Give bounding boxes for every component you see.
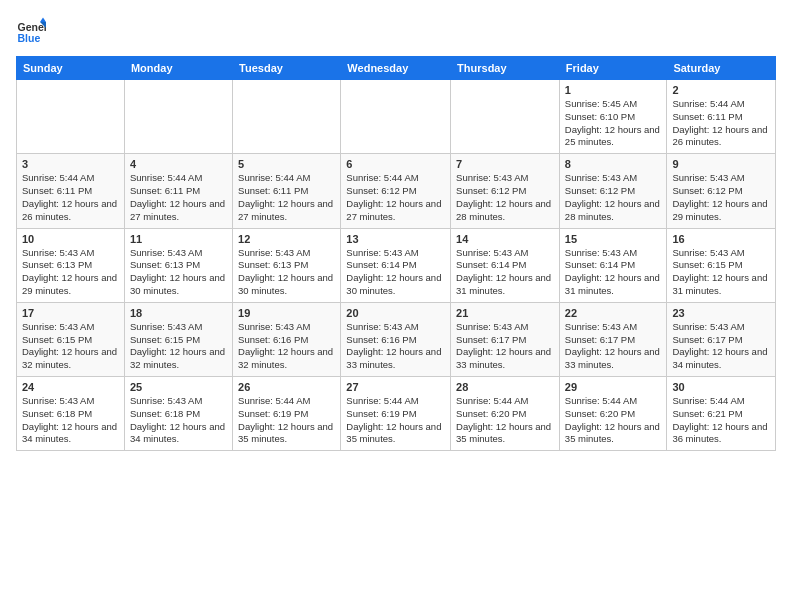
calendar-day-20: 20Sunrise: 5:43 AM Sunset: 6:16 PM Dayli… (341, 302, 451, 376)
day-detail: Sunrise: 5:44 AM Sunset: 6:12 PM Dayligh… (346, 172, 445, 223)
calendar-day-5: 5Sunrise: 5:44 AM Sunset: 6:11 PM Daylig… (233, 154, 341, 228)
calendar-day-22: 22Sunrise: 5:43 AM Sunset: 6:17 PM Dayli… (559, 302, 667, 376)
calendar-day-24: 24Sunrise: 5:43 AM Sunset: 6:18 PM Dayli… (17, 377, 125, 451)
logo-icon: General Blue (16, 16, 46, 46)
day-detail: Sunrise: 5:43 AM Sunset: 6:14 PM Dayligh… (565, 247, 662, 298)
day-number: 21 (456, 307, 554, 319)
day-number: 28 (456, 381, 554, 393)
day-detail: Sunrise: 5:43 AM Sunset: 6:12 PM Dayligh… (456, 172, 554, 223)
svg-text:Blue: Blue (18, 32, 41, 44)
day-detail: Sunrise: 5:43 AM Sunset: 6:17 PM Dayligh… (565, 321, 662, 372)
calendar-day-27: 27Sunrise: 5:44 AM Sunset: 6:19 PM Dayli… (341, 377, 451, 451)
calendar: SundayMondayTuesdayWednesdayThursdayFrid… (16, 56, 776, 451)
calendar-day-18: 18Sunrise: 5:43 AM Sunset: 6:15 PM Dayli… (124, 302, 232, 376)
calendar-day-16: 16Sunrise: 5:43 AM Sunset: 6:15 PM Dayli… (667, 228, 776, 302)
calendar-day-30: 30Sunrise: 5:44 AM Sunset: 6:21 PM Dayli… (667, 377, 776, 451)
weekday-header-wednesday: Wednesday (341, 57, 451, 80)
day-detail: Sunrise: 5:43 AM Sunset: 6:18 PM Dayligh… (130, 395, 227, 446)
day-number: 29 (565, 381, 662, 393)
day-detail: Sunrise: 5:43 AM Sunset: 6:15 PM Dayligh… (130, 321, 227, 372)
day-detail: Sunrise: 5:44 AM Sunset: 6:19 PM Dayligh… (238, 395, 335, 446)
day-number: 17 (22, 307, 119, 319)
day-detail: Sunrise: 5:44 AM Sunset: 6:11 PM Dayligh… (238, 172, 335, 223)
day-detail: Sunrise: 5:43 AM Sunset: 6:14 PM Dayligh… (456, 247, 554, 298)
calendar-empty (233, 80, 341, 154)
day-detail: Sunrise: 5:43 AM Sunset: 6:16 PM Dayligh… (238, 321, 335, 372)
calendar-empty (341, 80, 451, 154)
calendar-day-4: 4Sunrise: 5:44 AM Sunset: 6:11 PM Daylig… (124, 154, 232, 228)
calendar-day-14: 14Sunrise: 5:43 AM Sunset: 6:14 PM Dayli… (451, 228, 560, 302)
day-number: 5 (238, 158, 335, 170)
day-detail: Sunrise: 5:43 AM Sunset: 6:18 PM Dayligh… (22, 395, 119, 446)
calendar-week-3: 10Sunrise: 5:43 AM Sunset: 6:13 PM Dayli… (17, 228, 776, 302)
day-detail: Sunrise: 5:43 AM Sunset: 6:14 PM Dayligh… (346, 247, 445, 298)
day-number: 2 (672, 84, 770, 96)
day-number: 30 (672, 381, 770, 393)
day-number: 9 (672, 158, 770, 170)
day-detail: Sunrise: 5:43 AM Sunset: 6:16 PM Dayligh… (346, 321, 445, 372)
day-number: 18 (130, 307, 227, 319)
calendar-day-8: 8Sunrise: 5:43 AM Sunset: 6:12 PM Daylig… (559, 154, 667, 228)
calendar-day-19: 19Sunrise: 5:43 AM Sunset: 6:16 PM Dayli… (233, 302, 341, 376)
calendar-day-7: 7Sunrise: 5:43 AM Sunset: 6:12 PM Daylig… (451, 154, 560, 228)
day-number: 4 (130, 158, 227, 170)
day-detail: Sunrise: 5:44 AM Sunset: 6:11 PM Dayligh… (22, 172, 119, 223)
day-detail: Sunrise: 5:44 AM Sunset: 6:20 PM Dayligh… (456, 395, 554, 446)
weekday-header-monday: Monday (124, 57, 232, 80)
day-detail: Sunrise: 5:44 AM Sunset: 6:11 PM Dayligh… (130, 172, 227, 223)
day-number: 8 (565, 158, 662, 170)
calendar-day-1: 1Sunrise: 5:45 AM Sunset: 6:10 PM Daylig… (559, 80, 667, 154)
calendar-day-28: 28Sunrise: 5:44 AM Sunset: 6:20 PM Dayli… (451, 377, 560, 451)
calendar-header: SundayMondayTuesdayWednesdayThursdayFrid… (17, 57, 776, 80)
day-detail: Sunrise: 5:43 AM Sunset: 6:12 PM Dayligh… (672, 172, 770, 223)
day-detail: Sunrise: 5:43 AM Sunset: 6:15 PM Dayligh… (672, 247, 770, 298)
day-number: 11 (130, 233, 227, 245)
calendar-day-6: 6Sunrise: 5:44 AM Sunset: 6:12 PM Daylig… (341, 154, 451, 228)
day-number: 24 (22, 381, 119, 393)
day-number: 3 (22, 158, 119, 170)
day-number: 19 (238, 307, 335, 319)
day-number: 20 (346, 307, 445, 319)
calendar-empty (451, 80, 560, 154)
calendar-empty (17, 80, 125, 154)
day-detail: Sunrise: 5:43 AM Sunset: 6:17 PM Dayligh… (672, 321, 770, 372)
day-number: 27 (346, 381, 445, 393)
calendar-day-29: 29Sunrise: 5:44 AM Sunset: 6:20 PM Dayli… (559, 377, 667, 451)
day-number: 12 (238, 233, 335, 245)
weekday-header-thursday: Thursday (451, 57, 560, 80)
day-number: 22 (565, 307, 662, 319)
day-number: 7 (456, 158, 554, 170)
weekday-header-sunday: Sunday (17, 57, 125, 80)
day-number: 26 (238, 381, 335, 393)
day-number: 16 (672, 233, 770, 245)
calendar-day-11: 11Sunrise: 5:43 AM Sunset: 6:13 PM Dayli… (124, 228, 232, 302)
day-detail: Sunrise: 5:43 AM Sunset: 6:13 PM Dayligh… (130, 247, 227, 298)
calendar-day-12: 12Sunrise: 5:43 AM Sunset: 6:13 PM Dayli… (233, 228, 341, 302)
calendar-day-3: 3Sunrise: 5:44 AM Sunset: 6:11 PM Daylig… (17, 154, 125, 228)
day-number: 1 (565, 84, 662, 96)
day-number: 14 (456, 233, 554, 245)
calendar-day-26: 26Sunrise: 5:44 AM Sunset: 6:19 PM Dayli… (233, 377, 341, 451)
calendar-week-4: 17Sunrise: 5:43 AM Sunset: 6:15 PM Dayli… (17, 302, 776, 376)
day-detail: Sunrise: 5:44 AM Sunset: 6:21 PM Dayligh… (672, 395, 770, 446)
page-header: General Blue (16, 16, 776, 46)
calendar-day-10: 10Sunrise: 5:43 AM Sunset: 6:13 PM Dayli… (17, 228, 125, 302)
day-detail: Sunrise: 5:45 AM Sunset: 6:10 PM Dayligh… (565, 98, 662, 149)
day-number: 10 (22, 233, 119, 245)
day-detail: Sunrise: 5:44 AM Sunset: 6:19 PM Dayligh… (346, 395, 445, 446)
day-detail: Sunrise: 5:43 AM Sunset: 6:13 PM Dayligh… (238, 247, 335, 298)
day-detail: Sunrise: 5:43 AM Sunset: 6:15 PM Dayligh… (22, 321, 119, 372)
svg-marker-2 (40, 18, 46, 23)
calendar-day-17: 17Sunrise: 5:43 AM Sunset: 6:15 PM Dayli… (17, 302, 125, 376)
calendar-day-2: 2Sunrise: 5:44 AM Sunset: 6:11 PM Daylig… (667, 80, 776, 154)
day-detail: Sunrise: 5:43 AM Sunset: 6:12 PM Dayligh… (565, 172, 662, 223)
calendar-week-5: 24Sunrise: 5:43 AM Sunset: 6:18 PM Dayli… (17, 377, 776, 451)
day-number: 6 (346, 158, 445, 170)
day-detail: Sunrise: 5:43 AM Sunset: 6:13 PM Dayligh… (22, 247, 119, 298)
weekday-header-saturday: Saturday (667, 57, 776, 80)
calendar-week-1: 1Sunrise: 5:45 AM Sunset: 6:10 PM Daylig… (17, 80, 776, 154)
weekday-header-friday: Friday (559, 57, 667, 80)
calendar-empty (124, 80, 232, 154)
day-number: 25 (130, 381, 227, 393)
calendar-day-13: 13Sunrise: 5:43 AM Sunset: 6:14 PM Dayli… (341, 228, 451, 302)
